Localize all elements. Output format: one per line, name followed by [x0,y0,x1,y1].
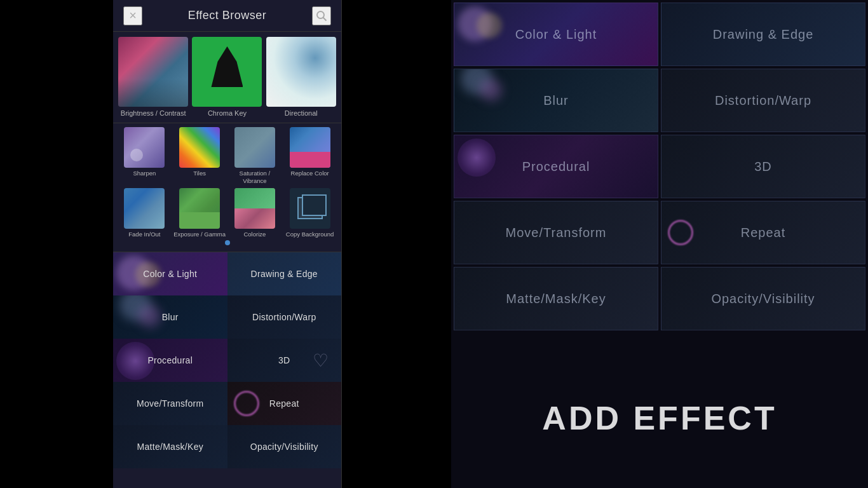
effect-replace-color[interactable]: Replace Color [283,127,336,184]
effect-copy-bg[interactable]: Copy Background [283,188,336,238]
cat-btn-matte[interactable]: Matte/Mask/Key [113,425,227,468]
cat-btn-3d[interactable]: ♡ 3D [227,339,342,382]
colorize-label: Colorize [243,231,266,238]
effect-saturation[interactable]: Saturation / Vibrance [229,127,281,184]
bg-category-grid: Color & Light Drawing & Edge Blur Distor… [451,0,868,333]
panel-title: Effect Browser [188,9,267,22]
close-button[interactable]: × [123,6,142,25]
exposure-thumb [179,188,220,229]
svg-line-1 [323,17,327,20]
cat-btn-distortion[interactable]: Distortion/Warp [227,295,342,339]
category-list: Color & Light Drawing & Edge Blur Distor… [113,252,341,488]
featured-item-brightness[interactable]: Brightness / Contrast [118,37,188,118]
category-row-3: Procedural ♡ 3D [113,339,341,382]
sharpen-label: Sharpen [133,170,156,177]
brightness-label: Brightness / Contrast [121,109,186,118]
add-effect-label: ADD EFFECT [451,399,868,437]
page-indicator-dot [225,240,230,245]
search-button[interactable] [312,6,331,25]
bg-cat-blur[interactable]: Blur [454,69,658,132]
category-row-5: Matte/Mask/Key Opacity/Visibility [113,425,341,468]
bg-cat-matte[interactable]: Matte/Mask/Key [454,267,658,330]
fade-thumb [124,188,165,229]
replace-color-label: Replace Color [291,170,329,177]
exposure-label: Exposure / Gamma [173,231,226,238]
featured-grid: Brightness / Contrast Chroma Key Directi… [118,37,336,118]
effect-fade[interactable]: Fade In/Out [118,188,171,238]
effects-row-1: Sharpen Tiles Saturation / Vibrance Repl… [118,127,336,184]
cat-btn-opacity[interactable]: Opacity/Visibility [227,425,342,468]
cat-btn-color-light[interactable]: Color & Light [113,252,227,295]
bg-cat-3d[interactable]: 3D [661,135,865,198]
cat-btn-blur[interactable]: Blur [113,295,227,339]
brightness-thumb [118,37,188,107]
cat-btn-repeat[interactable]: Repeat [227,382,342,425]
effect-browser-panel: × Effect Browser Brightness / Contrast [113,0,342,488]
category-row-4: Move/Transform Repeat [113,382,341,425]
bg-cat-opacity[interactable]: Opacity/Visibility [661,267,865,330]
saturation-thumb [234,127,275,168]
colorize-thumb [234,188,275,229]
sharpen-thumb [124,127,165,168]
effects-row-2: Fade In/Out Exposure / Gamma Colorize Co… [118,188,336,238]
copy-bg-thumb [290,188,330,229]
search-icon [316,10,327,22]
bg-cat-drawing-edge[interactable]: Drawing & Edge [661,3,865,66]
category-row-1: Color & Light Drawing & Edge [113,252,341,295]
repeat-circle-decoration [234,391,259,416]
bg-cat-distortion[interactable]: Distortion/Warp [661,69,865,132]
chroma-thumb [192,37,262,107]
bg-cat-repeat[interactable]: Repeat [661,201,865,264]
effect-tiles[interactable]: Tiles [173,127,226,184]
effect-sharpen[interactable]: Sharpen [118,127,171,184]
bg-cat-color-light[interactable]: Color & Light [454,3,658,66]
featured-item-directional[interactable]: Directional [266,37,336,118]
replace-color-thumb [290,127,330,168]
panel-header: × Effect Browser [113,0,341,32]
featured-item-chroma[interactable]: Chroma Key [192,37,262,118]
tiles-thumb [179,127,220,168]
effect-exposure[interactable]: Exposure / Gamma [173,188,226,238]
chroma-label: Chroma Key [208,109,247,118]
saturation-label: Saturation / Vibrance [229,170,281,184]
bg-cat-move[interactable]: Move/Transform [454,201,658,264]
cat-btn-drawing-edge[interactable]: Drawing & Edge [227,252,342,295]
tiles-label: Tiles [193,170,206,177]
bg-cat-procedural[interactable]: Procedural [454,135,658,198]
small-effects-section: Sharpen Tiles Saturation / Vibrance Repl… [113,123,341,252]
copy-bg-icon [297,197,323,219]
cat-btn-move[interactable]: Move/Transform [113,382,227,425]
effect-colorize[interactable]: Colorize [229,188,281,238]
svg-point-0 [317,11,324,18]
cat-btn-procedural[interactable]: Procedural [113,339,227,382]
copy-bg-label: Copy Background [286,231,334,238]
featured-effects-area: Brightness / Contrast Chroma Key Directi… [113,32,341,123]
category-row-2: Blur Distortion/Warp [113,295,341,339]
directional-label: Directional [285,109,318,118]
fade-label: Fade In/Out [128,231,160,238]
heart-icon: ♡ [313,350,329,371]
directional-thumb [266,37,336,107]
